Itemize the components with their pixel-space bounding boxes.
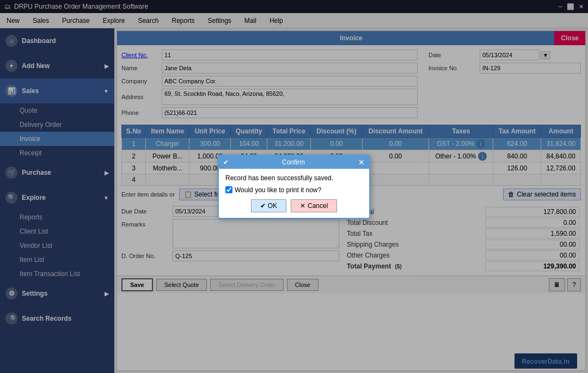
dialog-overlay: ✔ Confirm ✕ Record has been successfully…	[0, 0, 588, 373]
dialog-buttons: ✔ OK ✕ Cancel	[225, 199, 363, 212]
dialog-close-button[interactable]: ✕	[358, 158, 365, 167]
dialog-body: Record has been successfully saved. Woul…	[219, 169, 369, 218]
dialog-title-bar: ✔ Confirm ✕	[219, 156, 369, 169]
cancel-icon: ✕	[300, 202, 305, 210]
confirm-dialog: ✔ Confirm ✕ Record has been successfully…	[218, 155, 370, 219]
print-checkbox[interactable]	[225, 186, 232, 193]
dialog-cancel-button[interactable]: ✕ Cancel	[291, 199, 337, 212]
ok-icon: ✔	[260, 202, 266, 210]
print-checkbox-label: Would you like to print it now?	[235, 186, 321, 194]
dialog-title-text: Confirm	[282, 158, 305, 166]
dialog-title-icon: ✔	[223, 158, 229, 166]
dialog-checkbox-row: Would you like to print it now?	[225, 186, 363, 194]
dialog-ok-button[interactable]: ✔ OK	[251, 199, 286, 212]
dialog-message: Record has been successfully saved.	[225, 174, 363, 182]
